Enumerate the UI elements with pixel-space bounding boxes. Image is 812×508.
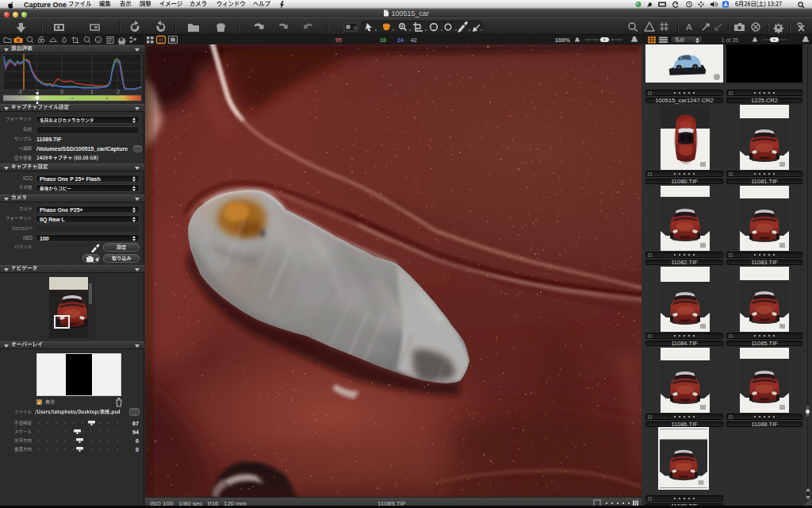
- svg-text:95: 95: [335, 37, 342, 44]
- svg-text:0: 0: [60, 89, 63, 94]
- svg-text:1: 1: [90, 89, 94, 94]
- svg-text:A: A: [686, 22, 692, 32]
- svg-text:1 of 35: 1 of 35: [722, 37, 739, 43]
- svg-text:2: 2: [117, 89, 120, 94]
- svg-text:24: 24: [397, 37, 404, 44]
- svg-text:42: 42: [411, 37, 417, 44]
- svg-text:18: 18: [380, 37, 386, 44]
- svg-text:A: A: [723, 2, 727, 7]
- svg-text:-2: -2: [17, 89, 22, 94]
- svg-text:100%: 100%: [555, 37, 571, 44]
